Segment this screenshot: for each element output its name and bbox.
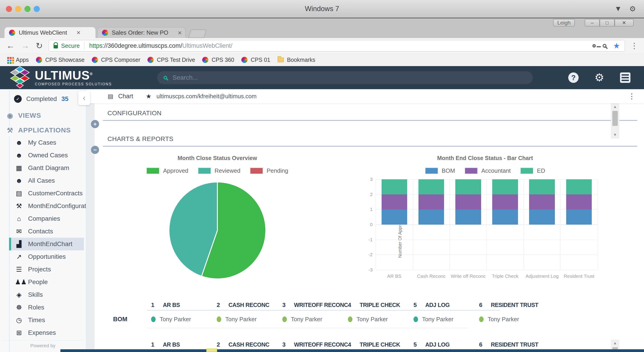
bar-segment-bom[interactable] bbox=[382, 209, 408, 225]
bar-column-resident-trust[interactable] bbox=[560, 179, 598, 270]
sidebar-item-all-cases[interactable]: ☻All Cases bbox=[0, 174, 86, 187]
bookmark-item[interactable]: Apps bbox=[7, 57, 29, 63]
bookmark-item[interactable]: CPS Showcase bbox=[36, 57, 84, 63]
page-menu-icon[interactable]: ⋮ bbox=[628, 92, 636, 101]
table-cell[interactable]: Tony Parker bbox=[479, 316, 545, 323]
sidebar-item-gantt-diagram[interactable]: ▦Gantt Diagram bbox=[0, 162, 86, 174]
charts-reports-collapse-button[interactable]: − bbox=[91, 146, 99, 154]
bar-segment-accountant[interactable] bbox=[529, 194, 555, 210]
global-search[interactable] bbox=[157, 71, 533, 84]
sidebar-item-monthendconfiguration[interactable]: ⚒MonthEndConfiguration bbox=[0, 200, 86, 212]
bar-column-triple-check[interactable] bbox=[487, 179, 524, 270]
scroll-up-icon[interactable]: ▲ bbox=[611, 340, 619, 346]
stacked-bar[interactable] bbox=[418, 179, 444, 225]
bar-column-write-off-reconc[interactable] bbox=[450, 179, 487, 270]
bar-segment-bom[interactable] bbox=[418, 209, 444, 225]
bar-segment-bom[interactable] bbox=[492, 209, 518, 225]
sidebar-section-views[interactable]: ◉ VIEWS bbox=[0, 109, 86, 122]
list-menu-icon[interactable] bbox=[620, 73, 630, 83]
table-cell[interactable]: Tony Parker bbox=[217, 316, 282, 323]
sidebar-item-monthendchart[interactable]: ▟MonthEndChart bbox=[9, 238, 84, 250]
bar-segment-accountant[interactable] bbox=[418, 194, 444, 210]
bar-segment-accountant[interactable] bbox=[382, 194, 408, 210]
sidebar-item-companies[interactable]: ⌂Companies bbox=[0, 212, 86, 225]
bookmark-item[interactable]: CPS Test Drive bbox=[148, 57, 195, 63]
stacked-bar[interactable] bbox=[455, 179, 481, 225]
bookmark-star-icon[interactable]: ★ bbox=[613, 42, 620, 50]
stacked-bar[interactable] bbox=[492, 179, 518, 225]
scroll-down-icon[interactable]: ▼ bbox=[611, 132, 619, 138]
tab-close-icon[interactable]: × bbox=[178, 29, 182, 37]
sidebar-item-roles[interactable]: ☸Roles bbox=[0, 301, 86, 314]
sidebar-item-my-cases[interactable]: ☻My Cases bbox=[0, 136, 86, 149]
table-scrollbar[interactable]: ▲ ▼ bbox=[611, 103, 619, 139]
bar-segment-bom[interactable] bbox=[529, 209, 555, 225]
stacked-bar[interactable] bbox=[382, 179, 408, 225]
sidebar-item-projects[interactable]: ☰Projects bbox=[0, 263, 86, 276]
configuration-expand-button[interactable]: + bbox=[91, 120, 99, 128]
bar-column-ar-bs[interactable] bbox=[376, 179, 413, 270]
sidebar-item-skills[interactable]: ◈Skills bbox=[0, 288, 86, 301]
sidebar-collapse-button[interactable]: ‹ bbox=[78, 91, 90, 105]
sidebar-item-owned-cases[interactable]: ☻Owned Cases bbox=[0, 149, 86, 162]
table-cell[interactable]: Tony Parker bbox=[348, 316, 414, 323]
bookmark-item[interactable]: CPS Composer bbox=[92, 57, 140, 63]
bar-column-adjustment-log[interactable] bbox=[524, 179, 560, 270]
bar-segment-ed[interactable] bbox=[529, 179, 555, 194]
vm-dropdown-icon[interactable]: ▼ bbox=[614, 5, 622, 13]
table-cell[interactable]: Tony Parker bbox=[414, 316, 479, 323]
stacked-bar[interactable] bbox=[566, 179, 592, 225]
tab-sales-order[interactable]: Sales Order: New PO × bbox=[97, 27, 186, 38]
url-text[interactable]: https://360degree.ultimuscps.com/ bbox=[89, 42, 182, 49]
minimize-button[interactable]: – bbox=[585, 19, 600, 27]
scrollbar-thumb[interactable] bbox=[612, 111, 618, 126]
ultimus-logo[interactable]: ULTIMUS® COMPOSED PROCESS SOLUTIONS bbox=[10, 66, 112, 89]
back-icon[interactable]: ← bbox=[6, 41, 15, 51]
bar-segment-bom[interactable] bbox=[455, 209, 481, 225]
close-button[interactable]: ✕ bbox=[614, 19, 634, 27]
address-bar[interactable]: Secure https://360degree.ultimuscps.com/… bbox=[49, 40, 625, 52]
sidebar-item-completed[interactable]: ✓ Completed 35 bbox=[0, 93, 86, 105]
table-cell[interactable]: Tony Parker bbox=[282, 316, 348, 323]
bar-column-cash-reconc[interactable] bbox=[413, 179, 450, 270]
tab-ultimus-webclient[interactable]: Ultimus WebClient × bbox=[4, 27, 96, 38]
bar-segment-ed[interactable] bbox=[455, 179, 481, 194]
stacked-bar[interactable] bbox=[529, 179, 555, 225]
sidebar-item-people[interactable]: ♟♟People bbox=[0, 276, 86, 288]
vm-settings-gear-icon[interactable]: ⚙ bbox=[629, 5, 636, 13]
bookmark-item[interactable]: CPS 360 bbox=[202, 57, 234, 63]
tab-close-icon[interactable]: × bbox=[76, 29, 80, 37]
bar-segment-ed[interactable] bbox=[418, 179, 444, 194]
settings-gear-icon[interactable]: ⚙ bbox=[594, 72, 604, 83]
breadcrumb-page[interactable]: Chart bbox=[118, 93, 133, 100]
maximize-button[interactable]: □ bbox=[600, 19, 614, 27]
sidebar-section-applications[interactable]: ⚒ APPLICATIONS bbox=[0, 124, 86, 136]
favorite-star-icon[interactable]: ★ bbox=[146, 93, 152, 100]
bar-segment-accountant[interactable] bbox=[492, 194, 518, 210]
reload-icon[interactable]: ↻ bbox=[36, 41, 43, 51]
sidebar-item-expenses[interactable]: ⊞Expenses bbox=[0, 326, 86, 339]
bar-segment-ed[interactable] bbox=[382, 179, 408, 194]
pie-chart[interactable] bbox=[168, 181, 267, 280]
bar-segment-bom[interactable] bbox=[566, 209, 592, 225]
forward-icon[interactable]: → bbox=[21, 41, 30, 51]
browser-menu-icon[interactable]: ⋮ bbox=[630, 41, 638, 50]
bar-segment-ed[interactable] bbox=[492, 179, 518, 194]
user-button[interactable]: Leigh bbox=[553, 19, 575, 27]
bar-segment-accountant[interactable] bbox=[566, 194, 592, 210]
table-cell[interactable]: Tony Parker bbox=[151, 316, 217, 323]
scroll-up-icon[interactable]: ▲ bbox=[611, 104, 619, 110]
bar-chart[interactable]: Number Of Approvals & Reviews 3210-1-2-3… bbox=[376, 179, 598, 279]
new-tab-button[interactable] bbox=[188, 30, 207, 38]
bar-segment-accountant[interactable] bbox=[455, 194, 481, 210]
zoom-out-icon[interactable] bbox=[602, 44, 606, 48]
sidebar-item-customercontracts[interactable]: ▤CustomerContracts bbox=[0, 187, 86, 200]
sidebar-item-contacts[interactable]: ✉Contacts bbox=[0, 225, 86, 238]
bar-segment-ed[interactable] bbox=[566, 179, 592, 194]
sidebar-item-opportunities[interactable]: ↗Opportunities bbox=[0, 250, 86, 263]
sidebar-item-times[interactable]: ◷Times bbox=[0, 314, 86, 326]
help-icon[interactable]: ? bbox=[568, 73, 579, 83]
bookmark-item[interactable]: Bookmarks bbox=[278, 57, 315, 63]
bookmark-item[interactable]: CPS 01 bbox=[241, 57, 270, 63]
search-input[interactable] bbox=[172, 74, 399, 81]
